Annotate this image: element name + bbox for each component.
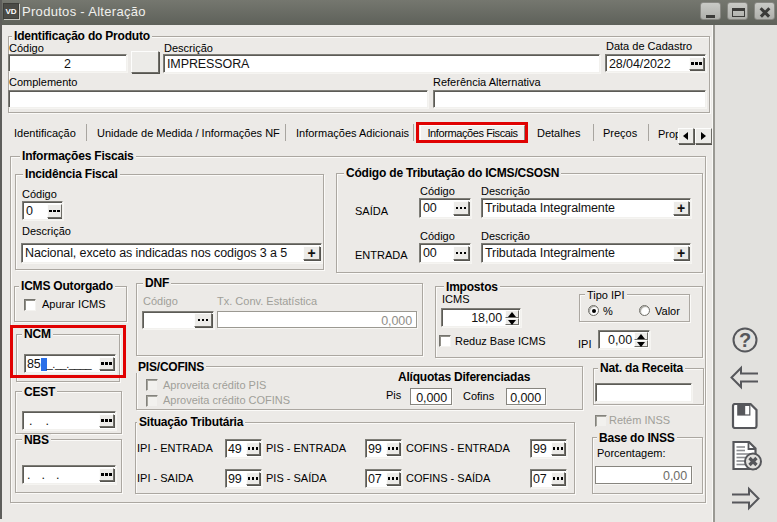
svg-text:?: ? xyxy=(739,329,751,351)
